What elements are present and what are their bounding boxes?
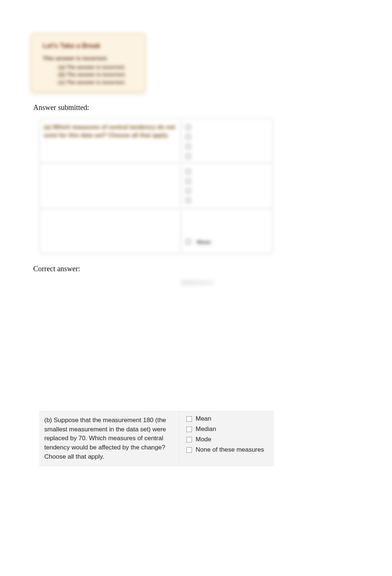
options-cell [180, 119, 272, 162]
question-b-block: (b) Suppose that the measurement 180 (th… [39, 411, 274, 466]
option-row[interactable]: Mean [186, 415, 270, 422]
break-card-list: (a) The answer is incorrect. (b) The ans… [43, 63, 135, 86]
option-row[interactable]: Mode [186, 436, 270, 443]
checkbox-icon [186, 144, 191, 149]
checkbox-icon [186, 188, 191, 193]
question-cell: (a) Which measures of central tendency d… [40, 119, 180, 162]
cell-divider [180, 211, 181, 251]
checkbox-icon [186, 125, 191, 130]
checkbox-icon [186, 154, 191, 159]
break-card-title: Let's Take a Break [43, 42, 135, 50]
break-card-item: (b) The answer is incorrect. [55, 71, 135, 78]
option-label: Mode [196, 436, 212, 443]
cell-divider [180, 165, 181, 206]
correct-answer-label: Correct answer: [33, 265, 359, 273]
question-b-text: (b) Suppose that the measurement 180 (th… [39, 411, 179, 466]
option-label: None of these measures [196, 446, 264, 453]
break-card-item: (a) The answer is incorrect. [55, 63, 135, 71]
cell-divider [180, 121, 181, 160]
break-card: Let's Take a Break This answer is incorr… [31, 33, 145, 92]
option-row[interactable]: Median [186, 425, 270, 433]
checkbox-icon[interactable] [186, 437, 192, 442]
option-line [186, 132, 268, 142]
checkbox-icon [186, 169, 191, 174]
checkbox-icon[interactable] [186, 447, 192, 453]
spacer [33, 286, 359, 411]
break-card-container: Let's Take a Break This answer is incorr… [31, 33, 145, 92]
submitted-answer-container: (a) Which measures of central tendency d… [40, 118, 272, 253]
option-line [186, 196, 268, 205]
submitted-answer-table: (a) Which measures of central tendency d… [40, 118, 272, 253]
question-cell [40, 163, 180, 208]
option-line [186, 151, 268, 161]
table-row: (a) Which measures of central tendency d… [40, 119, 272, 163]
checkbox-icon[interactable] [186, 416, 192, 422]
option-label: Mean [196, 415, 212, 422]
option-label: Median [196, 425, 216, 433]
question-cell [40, 209, 180, 253]
option-line [186, 186, 268, 196]
option-line [186, 176, 268, 186]
table-row [40, 163, 272, 209]
table-row: Mean [40, 209, 272, 253]
break-card-item: (c) The answer is incorrect. [55, 79, 135, 86]
checkbox-icon [186, 179, 191, 184]
option-chip: Mean [195, 238, 213, 246]
checkbox-icon[interactable] [186, 427, 192, 432]
checkbox-icon [186, 198, 191, 203]
break-card-subtitle: This answer is incorrect. [43, 55, 135, 61]
page-root: Let's Take a Break This answer is incorr… [0, 0, 392, 496]
checkbox-icon [186, 239, 191, 244]
question-b-options: Mean Median Mode None of these measures [179, 411, 274, 466]
option-row[interactable]: None of these measures [186, 446, 270, 453]
blurred-fragment [181, 280, 214, 286]
answer-submitted-label: Answer submitted: [33, 103, 359, 112]
option-line [186, 167, 268, 176]
checkbox-icon [186, 134, 191, 139]
options-cell [180, 163, 272, 208]
option-line [186, 142, 268, 151]
option-line [186, 123, 268, 132]
option-line: Mean [186, 237, 213, 246]
options-cell: Mean [180, 209, 272, 253]
